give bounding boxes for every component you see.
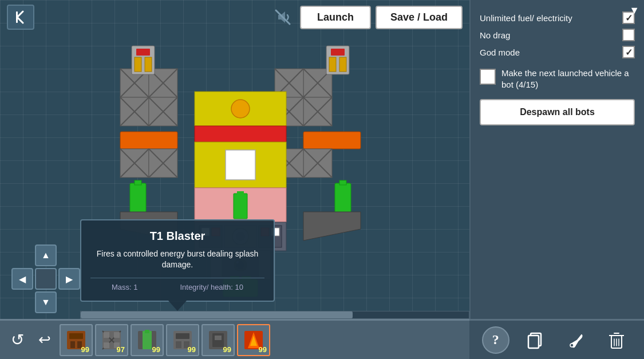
option-god-mode: God mode	[480, 46, 635, 58]
tooltip-stats: Mass: 1 Integrity/ health: 10	[90, 278, 264, 291]
back-button[interactable]	[7, 5, 34, 30]
svg-rect-0	[16, 11, 18, 23]
dpad-down-button[interactable]: ▼	[35, 291, 57, 313]
right-bottom-toolbar: ?	[469, 319, 644, 359]
dpad: ▲ ◀ ▶ ▼	[11, 244, 80, 313]
scrollbar-thumb[interactable]	[81, 311, 353, 318]
part-count-1: 99	[81, 345, 89, 354]
tooltip-arrow-icon	[168, 301, 187, 311]
part-item-5[interactable]: 99	[202, 324, 235, 356]
part-count-3: 99	[152, 345, 160, 354]
part-count-4: 99	[188, 345, 196, 354]
top-bar: Launch Save / Load	[0, 0, 469, 34]
svg-rect-51	[339, 180, 346, 185]
option-god-mode-checkbox[interactable]	[622, 46, 635, 58]
part-item-2[interactable]: 97	[95, 324, 128, 356]
svg-point-54	[231, 100, 250, 118]
trash-button[interactable]	[602, 325, 631, 355]
copy-button[interactable]	[520, 325, 550, 355]
option-unlimited-fuel-label: Unlimited fuel/ electricity	[480, 13, 572, 23]
dpad-up-button[interactable]: ▲	[35, 244, 57, 266]
bot-checkbox[interactable]	[480, 69, 496, 85]
dpad-center	[35, 268, 57, 290]
dpad-right-button[interactable]: ▶	[58, 268, 80, 290]
svg-rect-35	[329, 57, 336, 72]
part-item-6[interactable]: 99	[237, 324, 270, 356]
tooltip-description: Fires a controlled energy burst dealing …	[90, 248, 264, 271]
option-no-drag-checkbox[interactable]	[622, 29, 635, 41]
svg-rect-59	[234, 194, 247, 219]
tooltip-integrity: Integrity/ health: 10	[180, 283, 243, 291]
svg-rect-95	[176, 341, 181, 348]
svg-rect-25	[135, 180, 141, 185]
svg-rect-104	[528, 336, 539, 348]
help-button[interactable]: ?	[482, 326, 509, 354]
wrench-button[interactable]	[561, 325, 591, 355]
bot-label: Make the next launched vehicle a bot (4/…	[501, 68, 635, 90]
part-item-4[interactable]: 99	[166, 324, 199, 356]
mute-button[interactable]	[270, 5, 295, 30]
tooltip-title: T1 Blaster	[90, 230, 264, 243]
svg-rect-91	[143, 331, 152, 349]
tooltip-mass: Mass: 1	[112, 283, 138, 291]
svg-rect-81	[70, 341, 75, 348]
right-panel: ▼ Unlimited fuel/ electricity No drag Go…	[469, 0, 644, 359]
svg-rect-17	[120, 132, 177, 149]
part-item-1[interactable]: 99	[60, 324, 93, 356]
bottom-toolbar: ↺ ↩ 99 97 99	[0, 319, 469, 359]
svg-rect-99	[215, 336, 222, 340]
svg-rect-9	[135, 57, 141, 72]
part-count-5: 99	[223, 345, 231, 354]
refresh-button[interactable]: ↺	[5, 328, 30, 353]
svg-rect-43	[303, 132, 361, 149]
svg-rect-87	[114, 332, 120, 338]
svg-rect-88	[104, 342, 109, 348]
svg-rect-94	[176, 333, 189, 339]
svg-rect-10	[145, 57, 152, 72]
svg-rect-80	[69, 333, 83, 339]
part-count-6: 99	[259, 345, 267, 354]
despawn-all-bots-button[interactable]: Despawn all bots	[480, 99, 635, 125]
option-unlimited-fuel: Unlimited fuel/ electricity	[480, 11, 635, 24]
option-no-drag: No drag	[480, 29, 635, 41]
scrollbar[interactable]	[80, 311, 469, 319]
part-item-3[interactable]: 99	[131, 324, 164, 356]
svg-marker-52	[303, 212, 361, 240]
svg-rect-57	[226, 150, 255, 180]
svg-rect-36	[339, 57, 346, 72]
undo-button[interactable]: ↩	[32, 328, 57, 353]
option-god-mode-label: God mode	[480, 48, 520, 57]
svg-rect-8	[136, 49, 150, 56]
part-count-2: 97	[117, 345, 125, 354]
launch-button[interactable]: Launch	[300, 6, 371, 29]
panel-arrow-icon[interactable]: ▼	[629, 5, 639, 17]
svg-rect-34	[331, 49, 345, 56]
svg-rect-60	[237, 191, 244, 195]
svg-rect-86	[104, 332, 109, 338]
save-load-button[interactable]: Save / Load	[376, 6, 463, 29]
tooltip: T1 Blaster Fires a controlled energy bur…	[80, 219, 275, 302]
bot-option: Make the next launched vehicle a bot (4/…	[480, 68, 635, 90]
svg-point-105	[570, 344, 574, 347]
svg-rect-55	[195, 126, 286, 142]
option-no-drag-label: No drag	[480, 30, 510, 40]
svg-rect-92	[145, 330, 149, 333]
dpad-left-button[interactable]: ◀	[11, 268, 33, 290]
